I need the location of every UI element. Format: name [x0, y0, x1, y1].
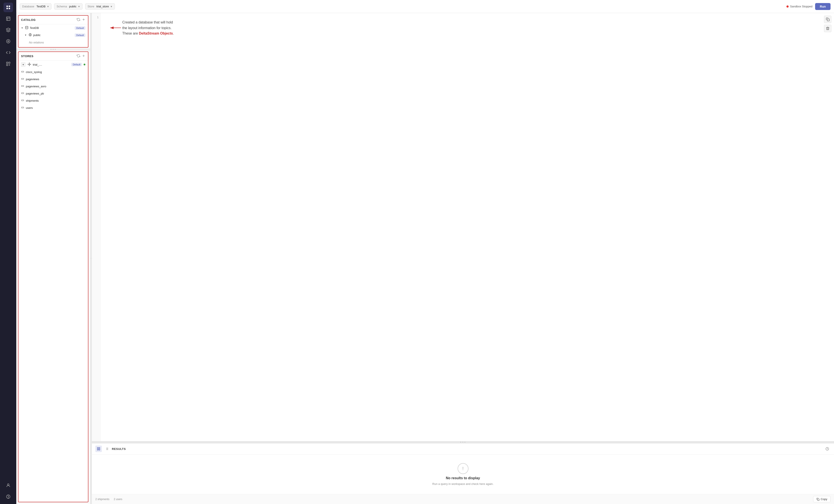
sidebar-item-help[interactable] [3, 492, 13, 501]
db-icon [25, 26, 28, 30]
schema-value: public [69, 5, 76, 8]
sidebar-item-user[interactable] [3, 481, 13, 490]
store-kafka-icon [27, 63, 31, 67]
topic-icon-shipments [21, 99, 24, 103]
schema-chevron: ▼ [78, 5, 80, 8]
results-grid-view-btn[interactable] [95, 445, 102, 452]
empty-state-title: No results to display [446, 476, 480, 480]
copy-results-btn[interactable]: Copy [813, 496, 831, 502]
right-panel: 1 [92, 13, 834, 504]
sidebar-item-code[interactable] [3, 48, 13, 57]
svg-rect-36 [22, 107, 24, 108]
store-main-item[interactable]: ▼ trial_.... Default [19, 61, 88, 68]
store-topic-pageviews-pb[interactable]: pageviews_pb [19, 90, 88, 97]
schema-selector[interactable]: Schema public ▼ [54, 3, 83, 9]
catalog-add-icon[interactable] [82, 18, 85, 22]
annotation-arrow-top [108, 23, 122, 32]
topic-icon-pageviews-pb [21, 92, 24, 95]
vertical-resize-handle[interactable]: ⋮ [90, 13, 92, 504]
copy-editor-btn[interactable] [824, 16, 831, 23]
catalog-refresh-icon[interactable] [77, 18, 80, 22]
catalog-schema-item[interactable]: ▼ public Default [19, 31, 88, 39]
results-list-view-btn[interactable] [104, 445, 110, 452]
horizontal-resize-handle[interactable]: • • • [92, 441, 834, 443]
schema-icon [28, 33, 32, 37]
svg-point-19 [29, 34, 30, 35]
left-panel: CATALOG ▼ [16, 13, 90, 504]
topic-pageviews-pb-label: pageviews_pb [26, 92, 85, 95]
store-topic-shipments[interactable]: shipments [19, 97, 88, 104]
results-empty-state: ! No results to display Run a query in w… [92, 455, 834, 494]
sidebar-item-widget[interactable] [3, 59, 13, 69]
sandbox-label: Sandbox Stopped [790, 5, 812, 8]
svg-rect-3 [8, 8, 10, 9]
line-number-1: 1 [94, 16, 98, 19]
database-value: TestDB [37, 5, 46, 8]
sidebar-item-grid[interactable] [3, 3, 13, 12]
editor-content[interactable]: Created a database that will hold the la… [101, 13, 834, 441]
store-name: trial_.... [33, 63, 69, 66]
svg-point-12 [7, 484, 9, 485]
db-badge: Default [75, 26, 85, 30]
db-chevron-icon: ▼ [21, 27, 23, 29]
results-right [824, 445, 831, 452]
svg-rect-33 [22, 86, 24, 87]
svg-rect-41 [99, 447, 100, 448]
sidebar-item-source[interactable] [3, 37, 13, 46]
catalog-db-item[interactable]: ▼ TestDB Default [19, 24, 88, 31]
svg-point-8 [7, 41, 9, 42]
schema-name: public [33, 34, 73, 37]
sidebar-item-table[interactable] [3, 14, 13, 23]
empty-state-subtitle: Run a query in workspace and check here … [433, 482, 494, 485]
catalog-header: CATALOG [19, 16, 88, 24]
stores-title: STORES [21, 54, 75, 58]
db-name: TestDB [30, 26, 73, 29]
stores-refresh-icon[interactable] [77, 54, 80, 58]
store-selector[interactable]: Store trial_store ▼ [85, 3, 115, 9]
topic-icon-cisco [21, 70, 24, 74]
topic-cisco-label: cisco_syslog [26, 70, 85, 74]
schema-badge: Default [75, 34, 85, 37]
svg-rect-51 [817, 499, 819, 501]
topic-users-label: users [26, 106, 85, 109]
store-expand-btn[interactable]: ▼ [21, 62, 25, 67]
svg-rect-39 [827, 19, 830, 21]
no-relations-text: No relations [19, 39, 88, 47]
sidebar-item-cube[interactable] [3, 25, 13, 35]
results-history-btn[interactable] [824, 445, 831, 452]
sandbox-status-dot [786, 5, 789, 7]
catalog-section: CATALOG ▼ [18, 15, 88, 48]
svg-point-7 [6, 40, 10, 43]
stores-add-icon[interactable] [82, 54, 85, 58]
shipments-count: 2 shipments [95, 498, 109, 501]
svg-rect-32 [22, 79, 24, 80]
sidebar-bottom [3, 481, 13, 501]
database-chevron: ▼ [47, 5, 49, 8]
svg-rect-10 [8, 62, 10, 63]
delete-editor-btn[interactable] [824, 25, 831, 32]
store-topic-pageviews[interactable]: pageviews [19, 75, 88, 83]
topic-pageviews-label: pageviews [26, 78, 85, 81]
store-badge: Default [71, 63, 82, 66]
svg-point-28 [30, 64, 31, 65]
svg-point-17 [25, 26, 28, 27]
top-annotation-text: Created a database that will hold the la… [122, 20, 174, 36]
sandbox-status: Sandbox Stopped [786, 5, 812, 8]
store-chevron: ▼ [110, 5, 112, 8]
database-selector[interactable]: Database TestDB ▼ [20, 3, 51, 9]
store-topic-cisco[interactable]: cisco_syslog [19, 68, 88, 75]
svg-rect-34 [22, 93, 24, 94]
svg-point-26 [29, 65, 29, 66]
svg-rect-0 [6, 6, 7, 7]
store-topic-users[interactable]: users [19, 104, 88, 111]
catalog-title: CATALOG [21, 18, 75, 22]
topic-shipments-label: shipments [26, 99, 85, 102]
editor-toolbar [824, 16, 831, 32]
store-topic-pageviews-avro[interactable]: pageviews_avro [19, 83, 88, 90]
topic-pageviews-avro-label: pageviews_avro [26, 85, 85, 88]
body-layout: CATALOG ▼ [16, 13, 834, 504]
run-button[interactable]: Run [815, 3, 831, 10]
store-label: Store [88, 5, 94, 8]
database-label: Database [22, 5, 34, 8]
panel-resize-handle[interactable]: • • • [16, 48, 90, 51]
